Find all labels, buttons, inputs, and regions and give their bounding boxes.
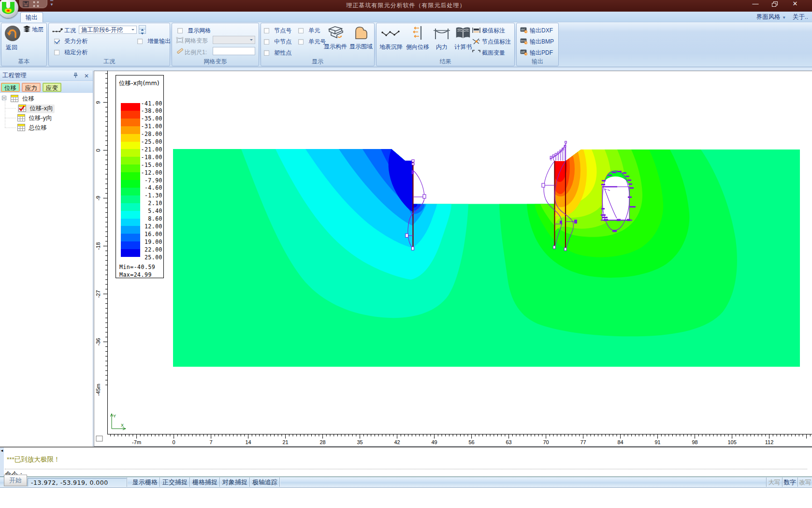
export-pdf-button[interactable]: pdf 输出PDF xyxy=(520,49,528,57)
pdf-icon: pdf xyxy=(520,49,528,56)
app-logo[interactable] xyxy=(0,0,18,18)
start-button[interactable]: 开始 xyxy=(4,475,27,486)
collapse-expander-icon[interactable] xyxy=(2,96,6,100)
legend-value: -38.00 xyxy=(141,107,162,114)
snap-button-正交捕捉[interactable]: 正交捕捉 xyxy=(161,478,188,487)
scale-label: 比例尺1: xyxy=(185,48,207,57)
extreme-annotation-button[interactable]: 极值标注 xyxy=(472,27,480,35)
project-manager-panel: 工程管理 ✕ 位移应力应变 位移 位移-x向 位移-y向 xyxy=(0,71,93,447)
table-icon xyxy=(17,124,25,131)
panel-close-icon[interactable]: ✕ xyxy=(84,73,89,79)
surface-settlement-button[interactable]: 地表沉降 xyxy=(378,26,404,51)
construction-stage-select[interactable]: 施工阶段6-开挖 xyxy=(79,26,137,34)
svg-text:dxf: dxf xyxy=(521,28,525,31)
legend-color-band xyxy=(121,249,140,257)
force-analysis-checkbox[interactable]: 受力分析 xyxy=(54,37,87,45)
scale-input[interactable] xyxy=(213,47,255,55)
strata-button[interactable]: 地层 xyxy=(23,25,31,34)
tree-root[interactable]: 位移 xyxy=(2,95,34,104)
section-variable-button[interactable]: 截面变量 xyxy=(472,49,480,57)
case-label: 工况 xyxy=(64,27,76,35)
svg-text:7: 7 xyxy=(210,439,213,445)
mesh-deform-select[interactable] xyxy=(213,36,255,44)
stability-analysis-checkbox[interactable]: 稳定分析 xyxy=(54,48,87,57)
tree-item-位移-x向[interactable]: 位移-x向 xyxy=(17,105,55,113)
tunnel-lining xyxy=(602,177,629,220)
snap-button-显示栅格[interactable]: 显示栅格 xyxy=(131,478,159,487)
tree-item-总位移[interactable]: 总位移 xyxy=(17,124,47,133)
scale-icon xyxy=(176,48,183,55)
incremental-output-checkbox[interactable]: 增量输出 xyxy=(137,37,171,45)
legend-color-band xyxy=(121,172,140,180)
export-dxf-button[interactable]: dxf 输出DXF xyxy=(520,27,528,35)
svg-text:112: 112 xyxy=(765,439,774,445)
ribbon-group-mesh: 显示网格 网格变形 比例尺1: 网格变形 xyxy=(172,23,259,66)
show-member-button[interactable]: 显示构件 xyxy=(323,25,348,51)
svg-text:9: 9 xyxy=(95,101,101,104)
legend: 位移-x向(mm) Min=-40.59 Max=24.99 -41.00-38… xyxy=(116,75,164,278)
interface-style-button[interactable]: 界面风格 ▼ xyxy=(756,13,786,21)
show-mesh-checkbox[interactable]: 显示网格 xyxy=(177,27,211,35)
panel-tab-应力[interactable]: 应力 xyxy=(22,83,41,92)
svg-text:X: X xyxy=(121,423,124,428)
svg-text:98: 98 xyxy=(692,439,697,445)
panel-tab-位移[interactable]: 位移 xyxy=(1,83,20,92)
tab-output[interactable]: 输出 xyxy=(20,12,43,22)
chevron-down-icon xyxy=(250,39,253,42)
lateral-displacement-button[interactable]: 侧向位移 xyxy=(405,26,430,51)
plastic-point-checkbox[interactable]: 塑性点 xyxy=(264,49,291,57)
export-bmp-button[interactable]: bmp 输出BMP xyxy=(520,38,528,46)
legend-color-band xyxy=(121,134,140,142)
svg-text:105: 105 xyxy=(727,439,736,445)
checkbox-icon xyxy=(298,28,304,33)
show-region-button[interactable]: 显示围域 xyxy=(348,25,374,51)
legend-value: 25.00 xyxy=(141,254,162,261)
window-title: 理正基坑有限元分析软件（有限元后处理） xyxy=(0,1,812,10)
statusbar-divider xyxy=(782,478,783,487)
minimize-button[interactable]: — xyxy=(748,0,763,9)
legend-value: -4.60 xyxy=(141,184,162,191)
legend-value: -7.90 xyxy=(141,177,162,184)
section-icon xyxy=(472,49,480,56)
node-value-annotation-button[interactable]: v 节点值标注 xyxy=(472,38,480,46)
mode-大写[interactable]: 大写 xyxy=(768,478,781,487)
back-button[interactable]: 返回 xyxy=(6,44,17,52)
restore-button[interactable] xyxy=(768,0,782,9)
legend-max: Max=24.99 xyxy=(119,271,152,278)
panel-tab-应变[interactable]: 应变 xyxy=(43,83,61,92)
svg-text:56: 56 xyxy=(468,439,474,445)
mode-数字[interactable]: 数字 xyxy=(783,478,796,487)
svg-text:-45m: -45m xyxy=(95,384,101,396)
command-message-area: ◂ ***已到放大极限！ 命令： xyxy=(0,447,812,477)
snap-button-极轴追踪[interactable]: 极轴追踪 xyxy=(251,478,278,487)
group-label-display: 显示 xyxy=(261,58,374,65)
element-number-checkbox[interactable]: 单元号 xyxy=(298,38,326,46)
node-number-checkbox[interactable]: 节点号 xyxy=(264,27,291,35)
ribbon-group-display: 节点号 中节点 塑性点 单元 单元号 xyxy=(261,23,375,66)
mid-node-checkbox[interactable]: 中节点 xyxy=(264,38,291,46)
svg-text:-27: -27 xyxy=(95,290,101,298)
close-button[interactable]: ✕ xyxy=(788,0,802,9)
back-icon[interactable] xyxy=(5,26,20,41)
mesh-deform-label: 网格变形 xyxy=(185,37,208,45)
element-checkbox[interactable]: 单元 xyxy=(298,27,320,35)
collapse-handle[interactable]: ◂ xyxy=(0,448,4,477)
svg-text:91: 91 xyxy=(654,439,660,445)
about-button[interactable]: 关于.. xyxy=(793,13,808,21)
pin-icon[interactable] xyxy=(73,73,78,80)
svg-text:-9: -9 xyxy=(95,196,101,201)
snap-button-对象捕捉[interactable]: 对象捕捉 xyxy=(221,478,248,487)
table-icon xyxy=(11,95,18,102)
bmp-icon: bmp xyxy=(520,38,528,45)
internal-force-button[interactable]: 内力 xyxy=(432,26,452,51)
legend-value: 5.40 xyxy=(141,208,162,214)
stage-spinner[interactable] xyxy=(139,25,146,35)
svg-text:pdf: pdf xyxy=(521,50,525,53)
node-value-icon: v xyxy=(472,38,480,45)
snap-button-栅格捕捉[interactable]: 栅格捕捉 xyxy=(191,478,218,487)
ribbon: 返回 地层 基本 工况 施工阶段6-开挖 xyxy=(0,22,812,67)
mode-改写[interactable]: 改写 xyxy=(799,478,812,487)
legend-color-band xyxy=(121,157,140,164)
tree-item-位移-y向[interactable]: 位移-y向 xyxy=(17,114,52,123)
report-button[interactable]: 计算书 xyxy=(452,26,474,51)
